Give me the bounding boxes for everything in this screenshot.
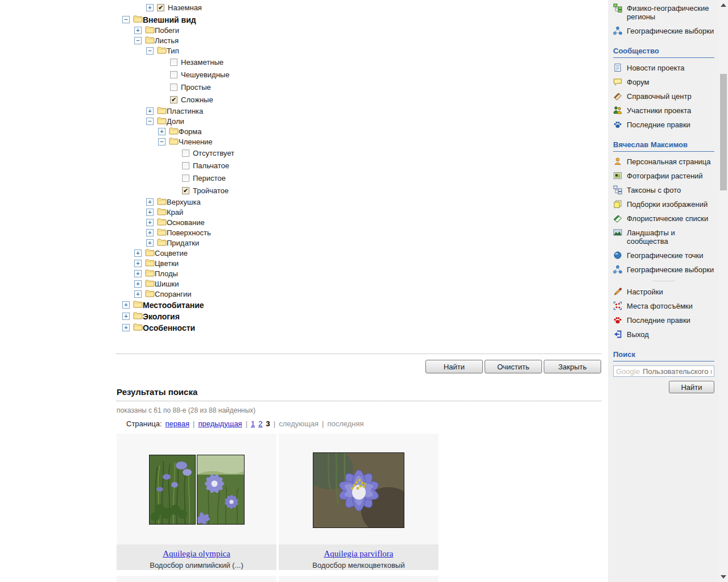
- pagination-separator: |: [274, 419, 275, 428]
- close-button[interactable]: Закрыть: [544, 360, 601, 373]
- page-link[interactable]: предыдущая: [198, 419, 242, 428]
- tree-checkbox[interactable]: [170, 71, 177, 78]
- tree-checkbox[interactable]: [182, 162, 189, 169]
- tree-checkbox[interactable]: [170, 84, 177, 91]
- vertical-scrollbar[interactable]: [719, 0, 728, 582]
- taxon-latin-link[interactable]: Aquilegia olympica: [163, 549, 230, 558]
- expand-toggle[interactable]: +: [146, 4, 154, 11]
- region-hierarchy-icon: [613, 3, 622, 13]
- search-results-section: Результаты поиска показаны с 61 по 88-е …: [117, 387, 601, 428]
- expand-toggle[interactable]: +: [158, 128, 166, 135]
- folder-icon: [145, 26, 155, 35]
- sidebar-item[interactable]: Фотографии растений: [613, 169, 714, 183]
- expand-toggle[interactable]: +: [134, 250, 142, 257]
- clear-button[interactable]: Очистить: [485, 360, 542, 373]
- folder-icon: [157, 117, 167, 126]
- sidebar-item[interactable]: Флористические списки: [613, 211, 714, 226]
- floristic-lists-icon: [613, 214, 622, 223]
- expand-toggle[interactable]: +: [122, 324, 130, 331]
- tree-node-label: Чешуевидные: [181, 70, 229, 79]
- tree-node-label: Край: [167, 207, 183, 217]
- sidebar-item[interactable]: Настройки: [613, 285, 714, 299]
- tree-checkbox[interactable]: ✔: [157, 4, 164, 11]
- plant-photos-icon: [613, 171, 622, 180]
- sidebar-item[interactable]: Подборки изображений: [613, 197, 714, 211]
- expand-toggle[interactable]: +: [122, 313, 130, 320]
- sidebar-item[interactable]: Участники проекта: [613, 103, 714, 118]
- recent-edits-red-icon: [613, 315, 622, 325]
- landscapes-icon: [613, 228, 622, 237]
- sidebar-item[interactable]: Физико-географические регионы: [613, 1, 714, 24]
- tree-checkbox[interactable]: ✔: [182, 187, 189, 194]
- expand-toggle[interactable]: +: [122, 301, 130, 309]
- tree-node-label: Тройчатое: [193, 186, 229, 195]
- collapse-toggle[interactable]: −: [146, 47, 154, 55]
- plant-photo-thumbnail[interactable]: [313, 452, 404, 528]
- scroll-down-arrow[interactable]: [721, 575, 726, 579]
- tree-checkbox[interactable]: [182, 149, 189, 157]
- pagination-separator: |: [322, 419, 324, 428]
- sidebar-item[interactable]: Географические выборки: [613, 263, 714, 277]
- expand-toggle[interactable]: +: [146, 107, 154, 115]
- folder-icon: [145, 279, 155, 289]
- sidebar-item[interactable]: Последние правки: [613, 313, 714, 327]
- sidebar-item[interactable]: Персональная страница: [613, 155, 714, 169]
- tree-node: +Местообитание: [0, 299, 608, 310]
- tree-checkbox[interactable]: [182, 174, 189, 182]
- expand-toggle[interactable]: +: [134, 270, 142, 277]
- collapse-toggle[interactable]: −: [146, 118, 154, 125]
- tree-node-label: Соцветие: [155, 248, 188, 257]
- sidebar-item[interactable]: Географические выборки: [613, 24, 714, 38]
- expand-toggle[interactable]: +: [146, 209, 154, 216]
- sidebar-item[interactable]: Справочный центр: [613, 89, 714, 103]
- folder-icon: [157, 218, 167, 227]
- sidebar-item[interactable]: Географические точки: [613, 248, 714, 263]
- results-summary: показаны с 61 по 88-е (28 из 88 найденны…: [117, 406, 601, 414]
- plant-photo-thumbnail[interactable]: [149, 455, 196, 525]
- collapse-toggle[interactable]: −: [134, 37, 142, 44]
- sidebar-item-label: Географические выборки: [627, 265, 714, 274]
- page-link[interactable]: 1: [251, 419, 255, 428]
- tree-node: +Плоды: [0, 268, 608, 278]
- expand-toggle[interactable]: +: [134, 290, 142, 298]
- members-icon: [613, 106, 622, 115]
- expand-toggle[interactable]: +: [134, 280, 142, 288]
- tree-node-label: Доли: [167, 117, 184, 126]
- sidebar-item[interactable]: Таксоны с фото: [613, 183, 714, 197]
- page-link[interactable]: 2: [258, 419, 262, 428]
- expand-toggle[interactable]: +: [134, 27, 142, 34]
- tree-node-label: Пластинка: [167, 106, 203, 115]
- collapse-toggle[interactable]: −: [158, 138, 166, 146]
- find-button[interactable]: Найти: [425, 360, 483, 373]
- expand-toggle[interactable]: +: [146, 229, 154, 236]
- scrollbar-thumb[interactable]: [720, 74, 727, 190]
- tree-node: −Тип: [0, 45, 608, 56]
- tree-node-label: Плоды: [155, 269, 178, 278]
- expand-toggle[interactable]: +: [146, 219, 154, 226]
- search-input[interactable]: [643, 367, 712, 376]
- result-card: Aquilegia olympicaВодосбор олимпийский (…: [117, 434, 276, 570]
- page-link[interactable]: первая: [166, 419, 190, 428]
- tree-node-label: Шишки: [155, 279, 179, 288]
- sidebar-item[interactable]: Места фотосъёмки: [613, 299, 714, 313]
- expand-toggle[interactable]: +: [146, 239, 154, 247]
- exit-icon: [613, 330, 622, 339]
- sidebar-find-button[interactable]: Найти: [669, 381, 714, 393]
- sidebar-item[interactable]: Форум: [613, 75, 714, 89]
- geo-selection-icon: [613, 265, 622, 274]
- tree-checkbox[interactable]: ✔: [170, 96, 177, 103]
- sidebar-item[interactable]: Последние правки: [613, 118, 714, 132]
- scroll-up-arrow[interactable]: [721, 3, 726, 7]
- plant-photo-thumbnail[interactable]: [197, 455, 245, 525]
- tree-node: +Край: [0, 207, 608, 217]
- taxon-latin-link[interactable]: Aquilegia parviflora: [324, 549, 393, 558]
- tree-node-label: Основание: [167, 218, 205, 227]
- sidebar-item[interactable]: Новости проекта: [613, 61, 714, 75]
- expand-toggle[interactable]: +: [146, 198, 154, 206]
- tree-node: Простые: [0, 81, 608, 93]
- expand-toggle[interactable]: +: [134, 260, 142, 267]
- tree-checkbox[interactable]: [170, 59, 177, 66]
- sidebar-item[interactable]: Ландшафты и сообщества: [613, 226, 714, 248]
- collapse-toggle[interactable]: −: [122, 16, 130, 23]
- sidebar-item[interactable]: Выход: [613, 327, 714, 342]
